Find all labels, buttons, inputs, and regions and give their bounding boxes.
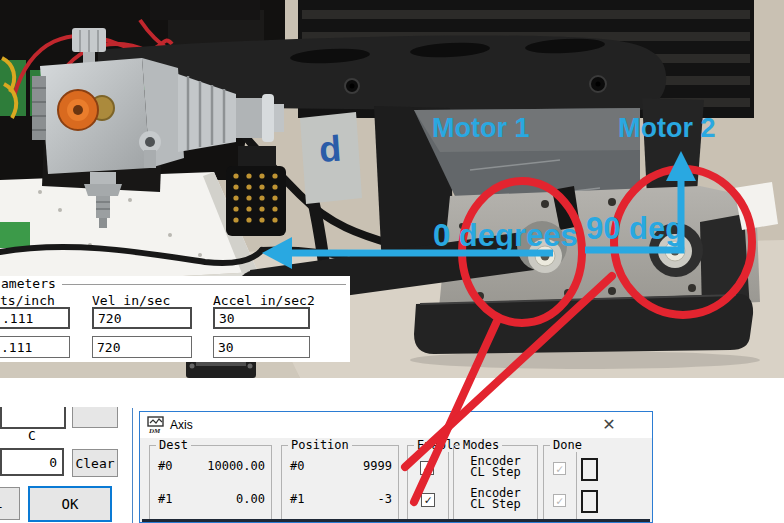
accel-input-axis0[interactable] — [213, 307, 310, 329]
done-group: Done ✓ ✓ — [543, 445, 577, 523]
accel-input-axis1[interactable] — [213, 336, 310, 358]
enable-checkbox-axis0[interactable]: ✓ — [420, 461, 434, 475]
base-shadow — [410, 351, 760, 369]
position-axis-id-0: #0 — [290, 459, 304, 473]
screen: d — [0, 0, 784, 523]
logo-box: d — [300, 112, 362, 204]
logo-letter-d: d — [318, 128, 343, 170]
done-group-label: Done — [550, 438, 585, 452]
vel-input-axis0[interactable] — [92, 307, 192, 329]
enable-checkbox-axis1[interactable]: ✓ — [421, 493, 435, 507]
done-checkbox-axis1: ✓ — [553, 494, 566, 507]
vel-input-axis1[interactable] — [92, 336, 192, 358]
cancel-button-partial[interactable]: el — [0, 487, 20, 520]
c-label: C — [0, 428, 64, 443]
partial-button[interactable] — [72, 407, 118, 428]
dest-group-label: Dest — [156, 438, 191, 452]
axis-dialog-titlebar: DM Axis ✕ — [140, 412, 652, 438]
value-input[interactable] — [0, 448, 64, 476]
dest-axis-id-1: #1 — [158, 492, 172, 506]
bottom-fitting — [90, 172, 116, 184]
position-axis-id-1: #1 — [290, 492, 304, 506]
position-value-1: -3 — [378, 492, 392, 506]
dest-axis-id-0: #0 — [158, 459, 172, 473]
dest-group: Dest #0 10000.00 #1 0.00 — [149, 445, 272, 523]
axis-dialog-title: Axis — [170, 418, 193, 432]
bottom-dark-strip — [142, 519, 650, 522]
position-group: Position #0 9999 #1 -3 — [281, 445, 399, 523]
clear-button[interactable]: Clear — [72, 449, 118, 477]
right-checkbox-axis0[interactable] — [581, 458, 598, 481]
header-vel: Vel in/sec — [92, 293, 170, 308]
close-icon[interactable]: ✕ — [592, 414, 626, 436]
position-value-0: 9999 — [363, 459, 392, 473]
header-accel: Accel in/sec2 — [213, 293, 315, 308]
mode-axis0: Encoder CL Step — [454, 456, 537, 478]
svg-text:DM: DM — [148, 427, 161, 434]
dm-app-icon: DM — [147, 416, 164, 434]
motor2-hub — [649, 223, 703, 277]
dest-value-0: 10000.00 — [207, 459, 265, 473]
done-checkbox-axis0: ✓ — [553, 462, 566, 475]
right-checkbox-axis1[interactable] — [581, 490, 598, 513]
modes-group: Modes Encoder CL Step Encoder CL Step En… — [453, 445, 538, 523]
mode-axis1: Encoder CL Step — [454, 488, 537, 510]
parameters-group-label: ameters — [1, 276, 56, 291]
position-group-label: Position — [288, 438, 352, 452]
header-counts-per-inch: ts/inch — [0, 293, 55, 308]
axis-dialog: DM Axis ✕ Dest #0 10000.00 #1 0.00 Posit… — [139, 411, 653, 523]
parameters-panel: ameters ts/inch Vel in/sec Accel in/sec2 — [0, 276, 350, 362]
partial-input-field[interactable] — [0, 407, 66, 429]
enable-group: Enable ✓ ✓ — [407, 445, 449, 523]
background-window-edge — [132, 408, 133, 523]
dest-value-1: 0.00 — [236, 492, 265, 506]
counts-input-axis0[interactable] — [0, 307, 70, 329]
counts-input-axis1[interactable] — [0, 336, 70, 358]
ok-button[interactable]: OK — [28, 486, 112, 522]
green-connector — [0, 222, 30, 248]
groupbox-line — [62, 284, 346, 285]
modes-group-label: Modes — [460, 438, 502, 452]
